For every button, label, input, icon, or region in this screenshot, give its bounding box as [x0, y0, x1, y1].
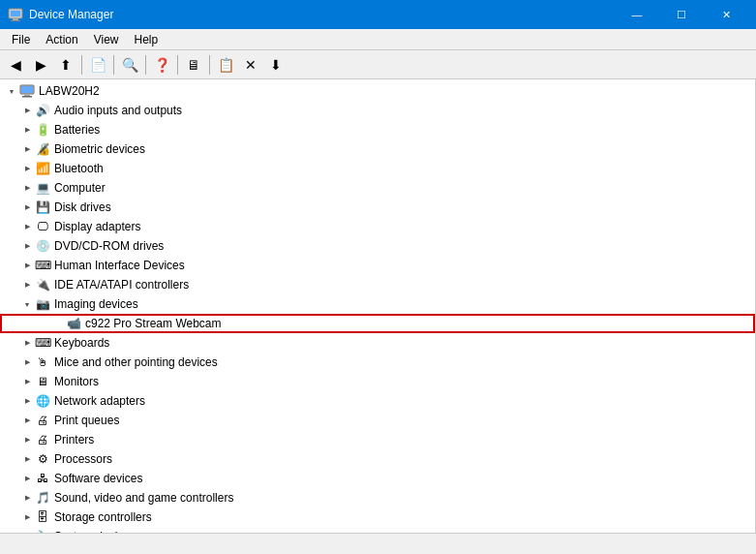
svg-rect-1: [11, 11, 20, 16]
tree-item[interactable]: ▶💻Computer: [0, 178, 755, 198]
menubar: FileActionViewHelp: [0, 29, 756, 50]
toolbar-btn-back[interactable]: ◀: [4, 53, 27, 77]
tree-item-icon: 💻: [35, 180, 50, 196]
maximize-button[interactable]: ☐: [659, 0, 704, 29]
tree-expander[interactable]: ▶: [19, 509, 35, 525]
menu-action[interactable]: Action: [38, 31, 85, 48]
tree-item-label: Print queues: [54, 414, 119, 427]
tree-item-label: Printers: [54, 433, 94, 446]
tree-item-icon: 🎵: [35, 490, 50, 506]
tree-item[interactable]: ▶🖨Print queues: [0, 411, 755, 430]
tree-expander[interactable]: ▶: [19, 122, 35, 138]
tree-item-icon: 🖨: [35, 432, 50, 447]
tree-item[interactable]: ▶💾Disk drives: [0, 198, 755, 217]
tree-expander[interactable]: ▶: [19, 432, 35, 447]
toolbar-btn-help2[interactable]: ❓: [150, 53, 173, 77]
tree-item-label: Computer: [54, 181, 106, 195]
tree-item[interactable]: ▶🌐Network adapters: [0, 391, 755, 411]
tree-expander[interactable]: ▶: [19, 413, 35, 428]
window-title: Device Manager: [29, 8, 113, 21]
menu-view[interactable]: View: [86, 31, 127, 48]
tree-item-icon: 🖨: [35, 413, 50, 428]
tree-item-label: Imaging devices: [54, 297, 138, 311]
tree-item-icon: 💿: [35, 238, 50, 254]
tree-item[interactable]: 📹c922 Pro Stream Webcam: [0, 314, 755, 333]
tree-item-label: Display adapters: [54, 220, 140, 233]
tree-item-label: Biometric devices: [54, 142, 145, 156]
tree-item[interactable]: ▶🖧Software devices: [0, 469, 755, 488]
tree-item-label: Human Interface Devices: [54, 259, 185, 272]
tree-item-icon: 🔊: [35, 103, 50, 118]
tree-item[interactable]: ▶🗄Storage controllers: [0, 508, 755, 527]
tree-item[interactable]: ▶🔊Audio inputs and outputs: [0, 101, 755, 120]
tree-item[interactable]: ▼📷Imaging devices: [0, 294, 755, 314]
tree-item[interactable]: ▶🔧System devices: [0, 527, 755, 533]
tree-item[interactable]: ▶🔏Biometric devices: [0, 139, 755, 159]
tree-item-label: Storage controllers: [54, 510, 152, 524]
tree-expander[interactable]: ▶: [19, 335, 35, 351]
device-tree[interactable]: LABW20H2 ▶🔊Audio inputs and outputs▶🔋Bat…: [0, 79, 756, 533]
toolbar-btn-disp[interactable]: 🖥: [182, 53, 205, 77]
close-button[interactable]: ✕: [704, 0, 748, 29]
tree-item-icon: ⌨: [35, 335, 50, 351]
tree-expander[interactable]: ▶: [19, 393, 35, 409]
tree-item-icon: ⌨: [35, 258, 50, 273]
tree-expander[interactable]: ▶: [19, 490, 35, 506]
tree-item[interactable]: ▶🖱Mice and other pointing devices: [0, 353, 755, 372]
tree-expander[interactable]: ▶: [19, 103, 35, 118]
tree-expander[interactable]: ▼: [19, 296, 35, 312]
tree-item[interactable]: ▶⌨Human Interface Devices: [0, 256, 755, 275]
tree-item[interactable]: ▶📶Bluetooth: [0, 159, 755, 178]
tree-item-label: c922 Pro Stream Webcam: [85, 317, 222, 330]
tree-expander[interactable]: ▶: [19, 471, 35, 486]
svg-rect-2: [13, 18, 18, 20]
tree-item-icon: 📶: [35, 161, 50, 176]
tree-item[interactable]: ▶🖵Display adapters: [0, 217, 755, 236]
tree-expander[interactable]: ▶: [19, 141, 35, 157]
toolbar-btn-remove[interactable]: ✕: [239, 53, 262, 77]
tree-item[interactable]: ▶🖥Monitors: [0, 372, 755, 391]
tree-item[interactable]: ▶⚙Processors: [0, 449, 755, 469]
tree-item-icon: 🔧: [35, 529, 50, 533]
tree-item-label: Software devices: [54, 472, 142, 485]
tree-expander[interactable]: ▶: [19, 161, 35, 176]
toolbar-btn-forward[interactable]: ▶: [29, 53, 52, 77]
toolbar-btn-props2[interactable]: 📋: [214, 53, 237, 77]
toolbar-btn-scan[interactable]: 🔍: [118, 53, 141, 77]
toolbar-btn-properties[interactable]: 📄: [86, 53, 109, 77]
minimize-button[interactable]: —: [615, 0, 659, 29]
tree-item-icon: 🌐: [35, 393, 50, 409]
tree-item[interactable]: ▶🎵Sound, video and game controllers: [0, 488, 755, 508]
tree-expander[interactable]: ▶: [19, 238, 35, 254]
main-content: LABW20H2 ▶🔊Audio inputs and outputs▶🔋Bat…: [0, 79, 756, 533]
tree-expander[interactable]: ▶: [19, 529, 35, 533]
tree-item-label: Bluetooth: [54, 162, 104, 175]
tree-item[interactable]: ▶⌨Keyboards: [0, 333, 755, 353]
tree-expander[interactable]: ▶: [19, 354, 35, 370]
tree-item-label: Sound, video and game controllers: [54, 491, 233, 505]
root-label: LABW20H2: [39, 84, 100, 98]
root-icon: [19, 83, 35, 99]
tree-item[interactable]: ▶🖨Printers: [0, 430, 755, 449]
tree-expander[interactable]: ▶: [19, 180, 35, 196]
tree-expander[interactable]: ▶: [19, 200, 35, 215]
tree-expander[interactable]: ▶: [19, 219, 35, 234]
tree-expander[interactable]: ▶: [19, 451, 35, 467]
tree-expander[interactable]: ▶: [19, 374, 35, 389]
toolbar-separator: [209, 55, 210, 75]
tree-expander[interactable]: ▶: [19, 258, 35, 273]
tree-item[interactable]: ▶💿DVD/CD-ROM drives: [0, 236, 755, 256]
tree-expander[interactable]: ▶: [19, 277, 35, 292]
tree-root[interactable]: LABW20H2: [0, 81, 755, 101]
device-manager-icon: [8, 7, 23, 22]
tree-item-label: Batteries: [54, 123, 100, 137]
toolbar-btn-update[interactable]: ⬇: [264, 53, 287, 77]
tree-item[interactable]: ▶🔋Batteries: [0, 120, 755, 139]
tree-item-icon: 🖧: [35, 471, 50, 486]
tree-item[interactable]: ▶🔌IDE ATA/ATAPI controllers: [0, 275, 755, 294]
menu-file[interactable]: File: [4, 31, 38, 48]
toolbar-btn-up[interactable]: ⬆: [54, 53, 77, 77]
root-expander[interactable]: [4, 83, 19, 99]
menu-help[interactable]: Help: [127, 31, 166, 48]
svg-rect-6: [24, 94, 30, 96]
